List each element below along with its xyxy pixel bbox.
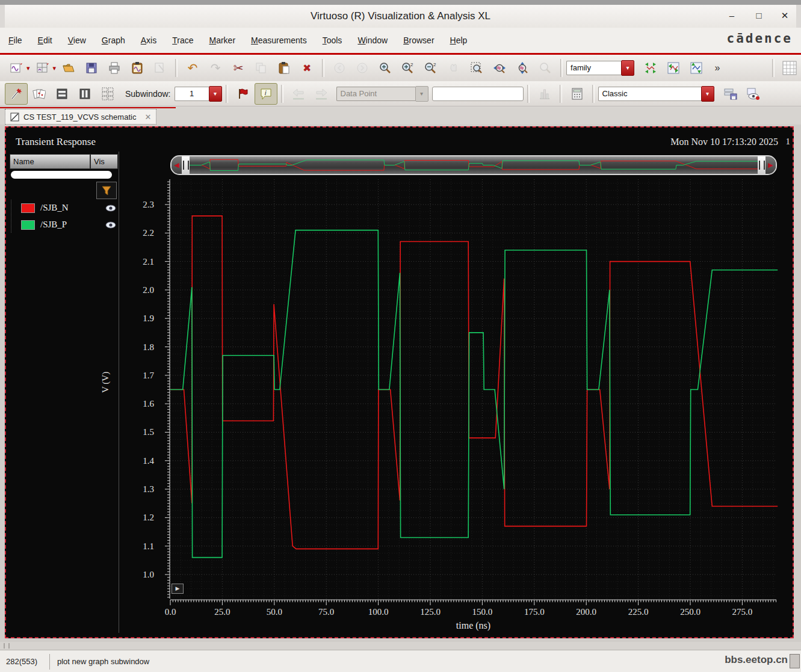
new-graph-dropdown[interactable]: ▾ <box>26 64 30 72</box>
undo-button[interactable]: ↶ <box>181 57 204 79</box>
menu-help[interactable]: Help <box>450 35 468 45</box>
menu-marker[interactable]: Marker <box>209 35 236 45</box>
scroll-right-grip[interactable] <box>758 156 765 174</box>
pan-scrollbar[interactable]: ◀ ▶ <box>170 155 777 175</box>
legend-name-header[interactable]: Name <box>10 154 90 169</box>
legend-vis-header[interactable]: Vis <box>90 154 118 169</box>
next-view-button[interactable] <box>351 57 374 79</box>
scroll-right-arrow[interactable]: ▶ <box>765 156 776 174</box>
menu-view[interactable]: View <box>68 35 86 45</box>
minimize-button[interactable]: – <box>722 8 742 23</box>
scroll-left-grip[interactable] <box>182 156 190 174</box>
scroll-left-arrow[interactable]: ◀ <box>172 156 182 174</box>
prev-datapoint-button[interactable] <box>287 83 310 105</box>
zoom-in-button[interactable] <box>374 57 397 79</box>
split-traces-button[interactable] <box>685 57 708 79</box>
hide-labels-button[interactable] <box>742 83 765 105</box>
snapshot-icon <box>153 61 167 75</box>
sjb-p-color-swatch[interactable] <box>21 220 35 230</box>
pan-button[interactable] <box>442 57 465 79</box>
legend-row-sjb-n[interactable]: /SJB_N <box>11 200 117 216</box>
info-balloon-button[interactable]: i <box>255 83 277 105</box>
print-button[interactable] <box>103 57 126 79</box>
titlebar[interactable]: Virtuoso (R) Visualization & Analysis XL… <box>5 5 796 28</box>
corner-resize-grip[interactable] <box>790 654 800 668</box>
flag-button[interactable] <box>232 83 255 105</box>
close-button[interactable]: ✕ <box>775 8 795 23</box>
scrollbar-waveform-preview[interactable] <box>190 156 758 174</box>
appearance-combo-dropdown[interactable]: ▾ <box>701 86 714 102</box>
cards-view-button[interactable] <box>28 83 51 105</box>
maximize-button[interactable]: □ <box>749 8 769 23</box>
save-button[interactable] <box>80 57 103 79</box>
zoom-in-2x-button[interactable]: 2 <box>397 57 419 79</box>
legend-filter-button[interactable] <box>96 182 117 199</box>
redo-button[interactable]: ↷ <box>204 57 227 79</box>
menu-trace[interactable]: Trace <box>172 35 193 45</box>
menu-graph[interactable]: Graph <box>102 35 125 45</box>
menu-axis[interactable]: Axis <box>141 35 156 45</box>
toolbar-overflow-button[interactable]: » <box>708 57 727 79</box>
save-appearance-button[interactable] <box>719 83 742 105</box>
subwindow-combo-dropdown[interactable]: ▾ <box>209 86 222 102</box>
subwindow-combo[interactable]: 1 ▾ <box>175 86 222 102</box>
spreadsheet-button[interactable] <box>778 57 801 79</box>
sjb-p-label[interactable]: /SJB_P <box>40 220 105 230</box>
menu-measurements[interactable]: Measurements <box>251 35 307 45</box>
legend-filter-input[interactable] <box>11 171 112 179</box>
export-image-button[interactable] <box>126 57 149 79</box>
x-tick-label: 0.0 <box>165 607 176 617</box>
datapoint-value-field[interactable] <box>432 87 524 101</box>
new-subwindow-button[interactable] <box>31 57 54 79</box>
family-combo-dropdown[interactable]: ▾ <box>621 60 634 76</box>
calculator-button[interactable] <box>566 83 589 105</box>
single-strip-layout-button[interactable] <box>51 83 73 105</box>
resize-strip[interactable] <box>0 642 801 650</box>
zoom-x-button[interactable] <box>488 57 511 79</box>
new-subwindow-dropdown[interactable]: ▾ <box>53 64 57 72</box>
menu-browser[interactable]: Browser <box>403 35 434 45</box>
grip-bars-icon <box>759 161 765 170</box>
histogram-button[interactable] <box>533 83 556 105</box>
paste-button[interactable] <box>273 57 295 79</box>
delete-button[interactable]: ✖ <box>295 57 318 79</box>
open-button[interactable] <box>57 57 80 79</box>
y-tick-label: 1.9 <box>143 313 154 323</box>
legend-row-sjb-p[interactable]: /SJB_P <box>11 217 117 233</box>
menu-tools[interactable]: Tools <box>323 35 342 45</box>
datapoint-combo[interactable]: Data Point ▾ <box>336 86 428 102</box>
datapoint-combo-dropdown[interactable]: ▾ <box>415 86 428 102</box>
zoom-fit-button[interactable] <box>534 57 557 79</box>
tab-close-icon[interactable]: ✕ <box>144 113 151 122</box>
magic-wand-button[interactable] <box>5 83 28 105</box>
grid-layout-button[interactable] <box>96 83 119 105</box>
overlay-traces-button[interactable] <box>662 57 685 79</box>
family-combo[interactable]: family ▾ <box>566 60 634 76</box>
appearance-combo[interactable]: Classic ▾ <box>598 86 714 102</box>
tab-checkbox-icon[interactable] <box>10 113 19 122</box>
sjb-p-visibility-eye-icon[interactable] <box>105 221 117 229</box>
menu-window[interactable]: Window <box>357 35 388 45</box>
zoom-out-2x-button[interactable]: 2 <box>419 57 442 79</box>
snapshot-button[interactable] <box>149 57 172 79</box>
next-datapoint-button[interactable] <box>310 83 333 105</box>
toolbar-separator <box>175 59 178 77</box>
sjb-n-label[interactable]: /SJB_N <box>40 203 105 213</box>
strip-expand-button[interactable]: ▶ <box>172 584 184 594</box>
tab-schematic[interactable]: CS TEST_119_VCVS schematic ✕ <box>5 109 156 125</box>
menu-file[interactable]: File <box>8 35 22 45</box>
copy-button[interactable] <box>250 57 273 79</box>
new-graph-window-button[interactable] <box>5 57 28 79</box>
sjb-n-color-swatch[interactable] <box>21 203 35 213</box>
graph-panel[interactable]: 1.01.11.21.31.41.51.61.71.81.92.02.12.22… <box>5 126 794 638</box>
zoom-y-button[interactable] <box>511 57 534 79</box>
zoom-box-button[interactable] <box>465 57 488 79</box>
y-tick-label: 1.8 <box>143 342 154 352</box>
menu-edit[interactable]: Edit <box>38 35 52 45</box>
waveform--sjb_p[interactable] <box>170 230 778 558</box>
sjb-n-visibility-eye-icon[interactable] <box>105 204 117 212</box>
prev-view-button[interactable] <box>328 57 351 79</box>
vertical-strip-layout-button[interactable] <box>73 83 96 105</box>
swap-traces-button[interactable] <box>639 57 662 79</box>
cut-button[interactable]: ✂ <box>227 57 250 79</box>
